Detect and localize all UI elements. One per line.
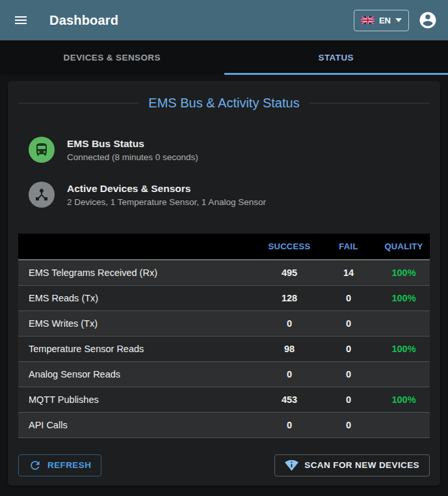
row-label: Temperature Sensor Reads (18, 336, 259, 361)
quality-value: 100% (378, 387, 430, 412)
table-row: Temperature Sensor Reads 98 0 100% (18, 336, 430, 361)
success-value: 495 (259, 260, 319, 285)
refresh-button-label: REFRESH (47, 460, 91, 470)
language-selector[interactable]: EN (354, 10, 409, 31)
column-header-blank (18, 234, 259, 260)
divider-line (18, 103, 139, 103)
account-circle-icon (418, 10, 438, 30)
table-row: EMS Writes (Tx) 0 0 (18, 310, 430, 336)
refresh-icon (29, 459, 42, 472)
divider-line (309, 103, 430, 103)
table-row: EMS Reads (Tx) 128 0 100% (18, 285, 430, 310)
status-card: EMS Bus & Activity Status EMS Bus Status… (8, 81, 440, 486)
account-button[interactable] (417, 9, 439, 31)
language-label: EN (379, 16, 391, 25)
list-item-text: Active Devices & Sensors 2 Devices, 1 Te… (67, 183, 266, 207)
success-value: 0 (259, 412, 319, 437)
table-row: MQTT Publishes 453 0 100% (18, 387, 430, 412)
column-header-success: SUCCESS (259, 234, 319, 260)
fail-value: 0 (319, 285, 378, 310)
table-header-row: SUCCESS FAIL QUALITY (18, 234, 430, 260)
active-devices-title: Active Devices & Sensors (67, 183, 266, 195)
scan-for-new-devices-button[interactable]: SCAN FOR NEW DEVICES (274, 454, 430, 476)
row-label: EMS Reads (Tx) (18, 285, 259, 310)
card-title: EMS Bus & Activity Status (148, 96, 299, 111)
app-bar: Dashboard EN (0, 0, 448, 40)
table-row: API Calls 0 0 (18, 412, 430, 437)
column-header-quality: QUALITY (378, 234, 430, 260)
scan-wifi-icon (285, 458, 298, 472)
list-item-active-devices: Active Devices & Sensors 2 Devices, 1 Te… (29, 182, 419, 208)
success-value: 0 (259, 310, 319, 336)
quality-value: 100% (378, 260, 430, 285)
tab-devices-sensors[interactable]: DEVICES & SENSORS (0, 40, 224, 75)
hamburger-menu-icon[interactable] (10, 10, 31, 31)
fail-value: 0 (319, 336, 378, 361)
fail-value: 0 (319, 361, 378, 387)
quality-value (378, 361, 430, 387)
quality-value: 100% (378, 336, 430, 361)
table-row: EMS Telegrams Received (Rx) 495 14 100% (18, 260, 430, 285)
list-item-ems-bus-status: EMS Bus Status Connected (8 minutes 0 se… (29, 137, 419, 163)
ems-bus-status-title: EMS Bus Status (67, 138, 198, 150)
device-hub-avatar (29, 182, 55, 208)
list-item-text: EMS Bus Status Connected (8 minutes 0 se… (67, 138, 198, 162)
ems-bus-status-subtitle: Connected (8 minutes 0 seconds) (67, 152, 198, 162)
page-content: EMS Bus & Activity Status EMS Bus Status… (0, 75, 448, 496)
row-label: EMS Telegrams Received (Rx) (18, 260, 259, 285)
activity-table: SUCCESS FAIL QUALITY EMS Telegrams Recei… (18, 234, 430, 438)
status-list: EMS Bus Status Connected (8 minutes 0 se… (18, 137, 430, 208)
chevron-down-icon (395, 18, 402, 22)
action-buttons-row: REFRESH SCAN FOR NEW DEVICES (18, 454, 430, 476)
page-title: Dashboard (49, 13, 118, 28)
uk-flag-icon (361, 16, 375, 24)
table-row: Analog Sensor Reads 0 0 (18, 361, 430, 387)
active-devices-subtitle: 2 Devices, 1 Temperature Sensor, 1 Analo… (67, 197, 266, 207)
fail-value: 0 (319, 387, 378, 412)
row-label: Analog Sensor Reads (18, 361, 259, 387)
fail-value: 0 (319, 310, 378, 336)
row-label: API Calls (18, 412, 259, 437)
row-label: MQTT Publishes (18, 387, 259, 412)
success-value: 128 (259, 285, 319, 310)
row-label: EMS Writes (Tx) (18, 310, 259, 336)
tab-bar: DEVICES & SENSORS STATUS (0, 40, 448, 75)
quality-value: 100% (378, 285, 430, 310)
fail-value: 14 (319, 260, 378, 285)
quality-value (378, 412, 430, 437)
column-header-fail: FAIL (319, 234, 378, 260)
quality-value (378, 310, 430, 336)
bus-icon (34, 142, 49, 158)
tab-status[interactable]: STATUS (224, 40, 448, 75)
success-value: 453 (259, 387, 319, 412)
card-title-divider: EMS Bus & Activity Status (18, 96, 430, 111)
fail-value: 0 (319, 412, 378, 437)
refresh-button[interactable]: REFRESH (18, 454, 101, 476)
success-value: 0 (259, 361, 319, 387)
success-value: 98 (259, 336, 319, 361)
scan-button-label: SCAN FOR NEW DEVICES (304, 460, 419, 470)
bus-avatar (29, 137, 55, 163)
device-hub-icon (34, 187, 49, 202)
